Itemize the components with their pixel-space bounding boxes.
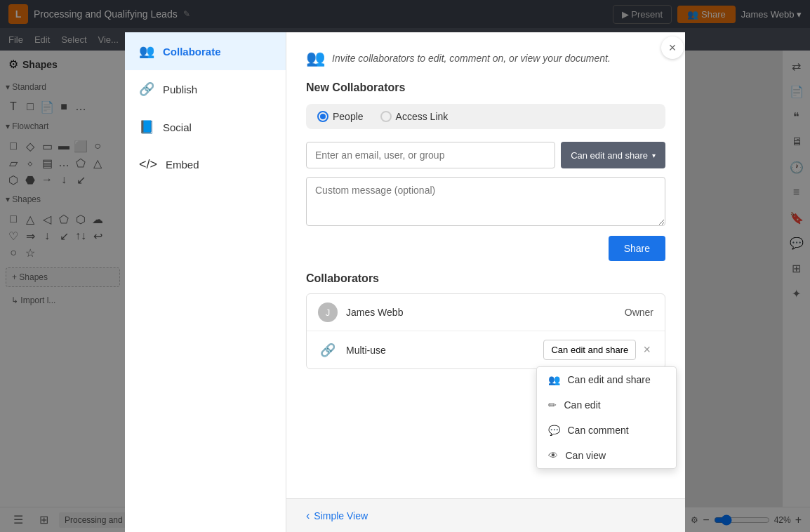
- email-input[interactable]: [306, 142, 555, 168]
- avatar-multiuse: 🔗: [318, 340, 338, 360]
- collaborators-title: Collaborators: [306, 272, 665, 285]
- embed-icon: </>: [139, 157, 157, 172]
- modal-nav-collaborate[interactable]: 👥 Collaborate: [125, 32, 286, 70]
- collaborators-section: Collaborators J James Webb Owner 🔗 Multi…: [306, 261, 665, 369]
- collab-name-james: James Webb: [346, 307, 625, 318]
- new-collaborators-title: New Collaborators: [306, 81, 665, 94]
- modal-header-icon: 👥: [306, 49, 325, 67]
- collab-select-multiuse[interactable]: Can edit and share: [543, 340, 636, 360]
- radio-access-link-circle: [380, 111, 392, 122]
- edit-icon-dd: ✏: [548, 399, 557, 411]
- permission-dropdown-btn[interactable]: Can edit and share ▾: [561, 142, 665, 168]
- modal-close-btn[interactable]: ×: [661, 36, 684, 59]
- social-icon: 📘: [139, 119, 154, 135]
- table-row: J James Webb Owner: [307, 294, 665, 331]
- permission-caret: ▾: [652, 152, 656, 159]
- modal-nav-publish[interactable]: 🔗 Publish: [125, 70, 286, 108]
- simple-view-btn[interactable]: ‹ Simple View: [306, 510, 368, 522]
- message-textarea[interactable]: [306, 177, 665, 226]
- modal-nav-embed[interactable]: </> Embed: [125, 146, 286, 183]
- dropdown-item-view[interactable]: 👁 Can view: [537, 443, 676, 468]
- collab-role-james: Owner: [625, 307, 653, 318]
- comment-icon: 💬: [548, 425, 560, 436]
- modal-footer: ‹ Simple View: [286, 498, 685, 532]
- modal-header: 👥 Invite collaborators to edit, comment …: [306, 49, 665, 67]
- radio-people-circle: [317, 111, 328, 122]
- radio-people[interactable]: People: [317, 111, 364, 122]
- table-row: 🔗 Multi-use Can edit and share × 👥 Can e…: [307, 331, 665, 368]
- collab-permission-wrapper: Can edit and share × 👥 Can edit and shar…: [543, 340, 653, 360]
- modal-header-text: Invite collaborators to edit, comment on…: [332, 53, 611, 64]
- collaborate-icon: 👥: [139, 44, 154, 59]
- collab-name-multiuse: Multi-use: [346, 345, 543, 356]
- modal-nav-social[interactable]: 📘 Social: [125, 108, 286, 146]
- permission-dropdown-menu: 👥 Can edit and share ✏ Can edit 💬 Can co…: [536, 366, 677, 469]
- edit-share-icon: 👥: [548, 374, 560, 385]
- dropdown-item-edit-share[interactable]: 👥 Can edit and share: [537, 367, 676, 392]
- collaborators-table: J James Webb Owner 🔗 Multi-use Can edit …: [306, 293, 665, 369]
- radio-access-link[interactable]: Access Link: [380, 111, 449, 122]
- dropdown-item-edit[interactable]: ✏ Can edit: [537, 392, 676, 418]
- share-submit-btn[interactable]: Share: [609, 236, 665, 261]
- chevron-left-icon: ‹: [306, 510, 310, 522]
- radio-tabs: People Access Link: [306, 104, 665, 129]
- dropdown-item-comment[interactable]: 💬 Can comment: [537, 418, 676, 443]
- view-icon: 👁: [548, 450, 558, 461]
- modal-left-panel: 👥 Collaborate 🔗 Publish 📘 Social </> Emb…: [125, 32, 286, 532]
- invite-input-row: Can edit and share ▾: [306, 142, 665, 168]
- avatar-james: J: [318, 302, 338, 322]
- modal-main: 👥 Invite collaborators to edit, comment …: [286, 32, 685, 532]
- remove-collaborator-btn[interactable]: ×: [640, 343, 653, 357]
- publish-icon: 🔗: [139, 81, 154, 97]
